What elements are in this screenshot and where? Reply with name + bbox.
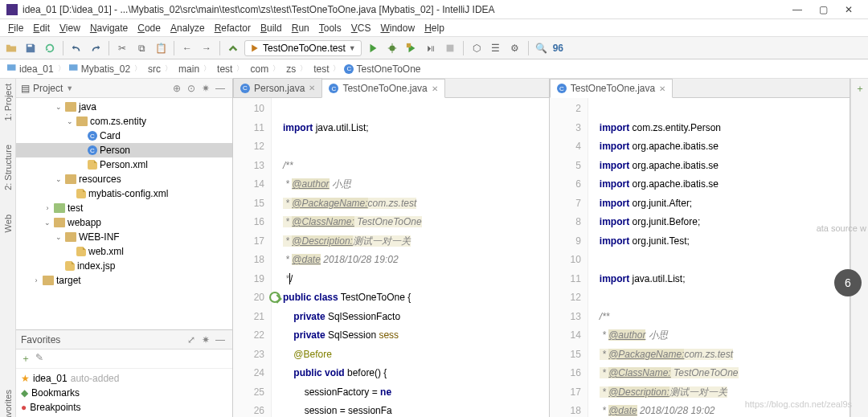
- tree-item[interactable]: CCard: [16, 129, 232, 143]
- title-bar: idea_01 [D:\idea_01] - ...\Mybatis_02\sr…: [0, 0, 868, 19]
- settings-icon[interactable]: ⚙: [507, 40, 523, 56]
- menu-help[interactable]: Help: [420, 22, 449, 34]
- favorite-item[interactable]: ●Breakpoints: [21, 400, 227, 415]
- menu-vcs[interactable]: VCS: [346, 22, 376, 34]
- notification-fab[interactable]: 6: [834, 269, 862, 296]
- menu-run[interactable]: Run: [287, 22, 314, 34]
- editor-right-tabs: CTestOneToOne.java✕: [550, 79, 850, 98]
- favorites-tool-tab[interactable]: avorites: [0, 393, 16, 417]
- favorite-item[interactable]: ◆Bookmarks: [21, 386, 227, 400]
- edit-favorite-icon[interactable]: ✎: [35, 352, 43, 366]
- fav-gear-icon[interactable]: ✷: [199, 334, 213, 345]
- refresh-icon[interactable]: [42, 40, 58, 56]
- breadcrumb-item[interactable]: main: [174, 63, 202, 75]
- tree-label: index.jsp: [77, 260, 115, 272]
- debug-icon[interactable]: [384, 40, 400, 56]
- menu-view[interactable]: View: [55, 22, 85, 34]
- tree-item[interactable]: Person.xml: [16, 157, 232, 172]
- right-tool-strip: ＋: [850, 79, 868, 417]
- menu-window[interactable]: Window: [375, 22, 420, 34]
- tree-item[interactable]: mybatis-config.xml: [16, 186, 232, 201]
- left-gutter[interactable]: 1011121314151617181920212223242526: [233, 98, 272, 417]
- tool-tab[interactable]: 1: Project: [3, 84, 13, 121]
- menu-build[interactable]: Build: [256, 22, 287, 34]
- breadcrumb-item[interactable]: CTestOneToOne: [342, 63, 423, 75]
- fav-hide-icon[interactable]: —: [213, 334, 227, 345]
- xml-icon: [76, 189, 86, 198]
- tree-item[interactable]: CPerson: [16, 143, 232, 157]
- vcs-icon[interactable]: ⬡: [469, 40, 485, 56]
- maximize-button[interactable]: ▢: [810, 4, 836, 15]
- right-gutter[interactable]: 2345678910111213141516171819: [550, 98, 588, 417]
- project-tree[interactable]: ⌄java⌄com.zs.entityCCardCPersonPerson.xm…: [16, 98, 232, 329]
- left-tool-strip: 1: Project2: StructureWeb: [0, 79, 16, 417]
- search-icon[interactable]: 🔍: [534, 40, 550, 56]
- structure-icon[interactable]: ☰: [488, 40, 504, 56]
- tree-item[interactable]: ›test: [16, 201, 232, 215]
- close-button[interactable]: ✕: [836, 4, 862, 15]
- redo-icon[interactable]: [88, 40, 104, 56]
- breadcrumb: idea_01〉Mybatis_02〉src〉main〉test〉com〉zs〉…: [0, 59, 868, 79]
- editor-tab[interactable]: CTestOneToOne.java✕: [321, 79, 444, 98]
- close-tab-icon[interactable]: ✕: [659, 84, 665, 93]
- tool-tab[interactable]: Web: [3, 215, 13, 232]
- stop-icon[interactable]: [442, 40, 458, 56]
- left-code[interactable]: import java.util.List; /** * @author 小思 …: [272, 98, 549, 417]
- add-tool-icon[interactable]: ＋: [851, 79, 868, 96]
- breadcrumb-item[interactable]: test: [212, 63, 235, 75]
- star-icon: ★: [21, 373, 30, 384]
- menu-refactor[interactable]: Refactor: [210, 22, 256, 34]
- editor-tab[interactable]: CTestOneToOne.java✕: [550, 79, 673, 98]
- cut-icon[interactable]: ✂: [114, 40, 130, 56]
- editor-tab[interactable]: CPerson.java✕: [233, 78, 322, 97]
- breadcrumb-item[interactable]: idea_01: [5, 63, 56, 75]
- favorite-item[interactable]: ★idea_01 auto-added: [21, 371, 227, 386]
- copy-icon[interactable]: ⧉: [133, 40, 149, 56]
- tree-item[interactable]: ⌄resources: [16, 172, 232, 186]
- paste-icon[interactable]: 📋: [153, 40, 169, 56]
- tree-item[interactable]: index.jsp: [16, 259, 232, 273]
- close-tab-icon[interactable]: ✕: [432, 84, 438, 93]
- fav-expand-icon[interactable]: ⤢: [184, 334, 199, 345]
- add-favorite-icon[interactable]: ＋: [21, 352, 31, 366]
- minimize-button[interactable]: —: [784, 4, 810, 15]
- close-tab-icon[interactable]: ✕: [309, 84, 315, 92]
- breadcrumb-item[interactable]: zs: [281, 63, 298, 75]
- profile-icon[interactable]: ⏯: [423, 40, 439, 56]
- undo-icon[interactable]: [68, 40, 84, 56]
- coverage-icon[interactable]: [403, 40, 420, 56]
- right-code[interactable]: import com.zs.entity.Personimport org.ap…: [588, 98, 850, 417]
- menu-code[interactable]: Code: [133, 22, 166, 34]
- tree-item[interactable]: ⌄WEB-INF: [16, 230, 232, 244]
- save-icon[interactable]: [23, 40, 39, 56]
- gear-icon[interactable]: ✷: [199, 83, 213, 94]
- svg-rect-2: [407, 43, 411, 47]
- tree-item[interactable]: ⌄java: [16, 100, 232, 114]
- collapse-icon[interactable]: ⊕: [170, 83, 184, 94]
- run-config-selector[interactable]: TestOneToOne.test ▼: [244, 40, 362, 56]
- menu-tools[interactable]: Tools: [314, 22, 346, 34]
- tree-item[interactable]: ⌄com.zs.entity: [16, 114, 232, 129]
- run-icon[interactable]: [365, 40, 381, 56]
- forward-icon[interactable]: →: [199, 40, 215, 56]
- tree-label: com.zs.entity: [90, 116, 146, 127]
- locate-icon[interactable]: ⊙: [184, 83, 199, 94]
- breadcrumb-item[interactable]: test: [309, 63, 331, 75]
- menu-edit[interactable]: Edit: [28, 22, 55, 34]
- hide-icon[interactable]: —: [213, 83, 227, 94]
- open-icon[interactable]: [3, 40, 19, 56]
- tree-label: target: [56, 275, 81, 286]
- watermark: https://blog.csdn.net/zeal9s: [745, 399, 852, 409]
- menu-analyze[interactable]: Analyze: [166, 22, 210, 34]
- back-icon[interactable]: ←: [179, 40, 195, 56]
- tool-tab[interactable]: 2: Structure: [3, 145, 13, 190]
- build-icon[interactable]: [225, 40, 241, 56]
- breadcrumb-item[interactable]: src: [143, 63, 163, 75]
- breadcrumb-item[interactable]: Mybatis_02: [67, 63, 133, 75]
- breadcrumb-item[interactable]: com: [245, 63, 271, 75]
- tree-item[interactable]: ⌄webapp: [16, 215, 232, 230]
- tree-item[interactable]: web.xml: [16, 244, 232, 259]
- menu-navigate[interactable]: Navigate: [85, 22, 133, 34]
- tree-item[interactable]: ›target: [16, 273, 232, 288]
- menu-file[interactable]: File: [3, 22, 28, 34]
